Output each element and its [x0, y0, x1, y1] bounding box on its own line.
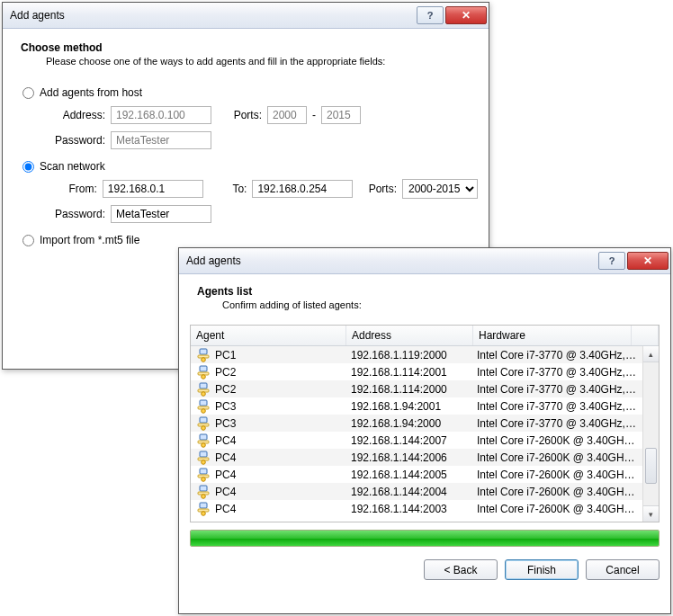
section-heading: Choose method	[21, 41, 478, 54]
cell-agent: PC3	[215, 400, 236, 413]
radio-scan-network-input[interactable]	[22, 161, 34, 173]
add-agents-list-dialog: Add agents Agents list Confirm adding of…	[178, 247, 671, 614]
cell-address: 192.168.1.144:2003	[345, 503, 471, 515]
agent-icon	[196, 433, 211, 448]
cell-address: 192.168.1.114:2001	[345, 366, 471, 379]
table-row[interactable]: PC4192.168.1.144:2004Intel Core i7-2600K…	[191, 483, 643, 500]
cell-hardware: Intel Core i7-3770 @ 3.40GHz, 1635...	[471, 417, 643, 430]
agent-icon	[196, 502, 211, 516]
address-input[interactable]	[111, 106, 211, 124]
cell-agent: PC1	[215, 349, 236, 362]
progress-bar	[190, 530, 660, 547]
port-from-input[interactable]	[267, 106, 307, 124]
svg-rect-24	[200, 486, 207, 491]
cell-address: 192.168.1.94:2001	[345, 400, 471, 413]
close-button[interactable]	[445, 6, 487, 24]
svg-point-8	[202, 391, 206, 396]
table-row[interactable]: PC1192.168.1.119:2000Intel Core i7-3770 …	[191, 346, 643, 363]
finish-button[interactable]: Finish	[505, 559, 579, 580]
titlebar[interactable]: Add agents	[179, 248, 670, 274]
scan-from-input[interactable]	[103, 180, 203, 198]
svg-point-20	[202, 460, 206, 464]
radio-scan-network[interactable]: Scan network	[22, 160, 478, 173]
table-row[interactable]: PC3192.168.1.94:2001Intel Core i7-3770 @…	[191, 397, 643, 415]
agent-icon	[196, 382, 211, 397]
table-row[interactable]: PC4192.168.1.144:2007Intel Core i7-2600K…	[191, 432, 643, 449]
svg-rect-3	[200, 366, 207, 371]
help-button[interactable]	[417, 6, 444, 24]
col-agent[interactable]: Agent	[191, 326, 346, 345]
col-address[interactable]: Address	[346, 326, 473, 345]
svg-rect-12	[200, 417, 207, 423]
svg-point-14	[202, 425, 206, 430]
scan-to-label: To:	[209, 183, 247, 195]
agent-icon	[196, 348, 211, 362]
cell-hardware: Intel Core i7-3770 @ 3.40GHz, 2023...	[471, 383, 643, 396]
cell-address: 192.168.1.94:2000	[345, 417, 471, 430]
vertical-scrollbar[interactable]: ▴ ▾	[642, 346, 659, 522]
svg-point-17	[202, 442, 206, 447]
scan-to-input[interactable]	[252, 180, 353, 198]
agent-icon	[196, 416, 211, 431]
cell-hardware: Intel Core i7-3770 @ 3.40GHz, 1635...	[471, 400, 643, 413]
radio-import-mt5[interactable]: Import from *.mt5 file	[22, 234, 478, 246]
col-hardware[interactable]: Hardware	[473, 326, 632, 345]
cell-agent: PC3	[215, 417, 236, 430]
titlebar[interactable]: Add agents	[3, 3, 489, 29]
agents-table: Agent Address Hardware PC1192.168.1.119:…	[190, 325, 660, 522]
radio-import-mt5-label: Import from *.mt5 file	[40, 234, 139, 246]
scan-ports-label: Ports:	[358, 183, 397, 195]
back-button[interactable]: < Back	[424, 559, 498, 580]
cell-agent: PC4	[215, 486, 236, 498]
scroll-up-arrow-icon[interactable]: ▴	[643, 346, 659, 362]
radio-import-mt5-input[interactable]	[22, 235, 34, 246]
help-button[interactable]	[598, 252, 625, 270]
cancel-button[interactable]: Cancel	[586, 559, 660, 580]
scan-password-input[interactable]	[111, 205, 211, 223]
scroll-thumb[interactable]	[645, 448, 657, 484]
scan-ports-combo[interactable]: 2000-2015	[402, 179, 478, 199]
radio-add-from-host-label: Add agents from host	[40, 86, 142, 99]
radio-add-from-host[interactable]: Add agents from host	[22, 86, 478, 99]
cell-address: 192.168.1.144:2005	[345, 469, 471, 481]
section-subtext: Confirm adding of listed agents:	[222, 299, 660, 310]
radio-add-from-host-input[interactable]	[22, 87, 34, 99]
svg-point-2	[202, 357, 206, 362]
cell-hardware: Intel Core i7-2600K @ 3.40GHz, 816...	[471, 451, 643, 464]
port-to-input[interactable]	[321, 106, 361, 124]
table-row[interactable]: PC3192.168.1.94:2000Intel Core i7-3770 @…	[191, 415, 643, 432]
scroll-down-arrow-icon[interactable]: ▾	[643, 505, 659, 522]
svg-point-29	[202, 511, 206, 515]
close-button[interactable]	[627, 252, 669, 270]
password-input[interactable]	[111, 131, 211, 149]
radio-scan-network-label: Scan network	[40, 160, 105, 173]
cell-address: 192.168.1.119:2000	[345, 349, 471, 362]
section-subtext: Please choose one of the ways to add age…	[46, 56, 478, 67]
agent-icon	[196, 468, 211, 482]
svg-point-11	[202, 408, 206, 413]
cell-hardware: Intel Core i7-2600K @ 3.40GHz, 816...	[471, 486, 643, 498]
agent-icon	[196, 365, 211, 379]
scan-from-label: From:	[49, 183, 97, 195]
table-row[interactable]: PC4192.168.1.144:2003Intel Core i7-2600K…	[191, 500, 643, 517]
table-row[interactable]: PC4192.168.1.144:2005Intel Core i7-2600K…	[191, 466, 643, 483]
svg-point-5	[202, 374, 206, 379]
cell-agent: PC4	[215, 434, 236, 447]
table-row[interactable]: PC2192.168.1.114:2000Intel Core i7-3770 …	[191, 380, 643, 397]
cell-hardware: Intel Core i7-3770 @ 3.40GHz, 1635...	[471, 349, 643, 362]
cell-agent: PC4	[215, 451, 236, 464]
svg-rect-15	[200, 434, 207, 440]
scroll-track[interactable]	[643, 362, 659, 505]
svg-rect-6	[200, 383, 207, 388]
agent-icon	[196, 399, 211, 414]
svg-rect-21	[200, 469, 207, 474]
cell-address: 192.168.1.144:2004	[345, 486, 471, 498]
cell-address: 192.168.1.144:2007	[345, 434, 471, 447]
col-scroll-spacer	[632, 326, 659, 345]
table-row[interactable]: PC4192.168.1.144:2006Intel Core i7-2600K…	[191, 449, 643, 466]
table-row[interactable]: PC2192.168.1.114:2001Intel Core i7-3770 …	[191, 363, 643, 380]
window-title: Add agents	[186, 254, 597, 267]
cell-agent: PC2	[215, 383, 236, 396]
window-title: Add agents	[10, 9, 415, 22]
scan-password-label: Password:	[49, 208, 105, 220]
